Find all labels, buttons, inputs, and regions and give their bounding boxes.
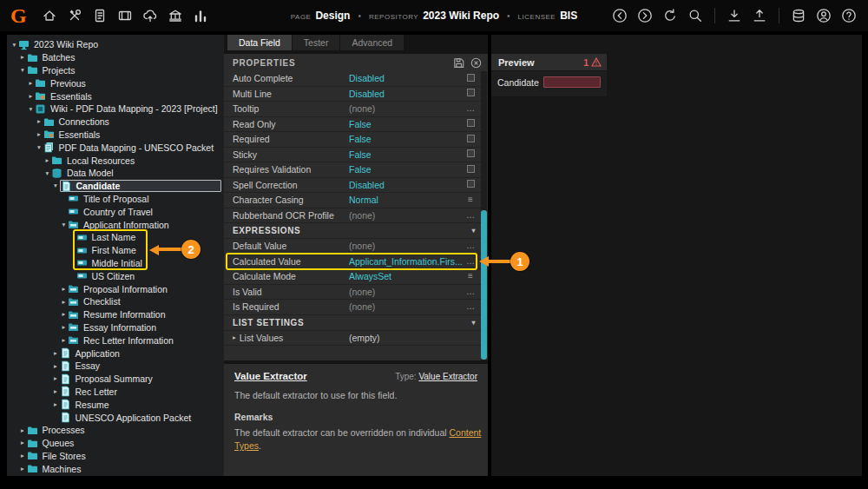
checkbox[interactable] <box>464 119 477 129</box>
property-value[interactable]: False <box>349 164 464 175</box>
tree-node-projects[interactable]: ▾Projects <box>7 64 224 77</box>
expand-arrow-icon[interactable]: ▸ <box>60 324 68 331</box>
close-icon[interactable] <box>470 57 482 69</box>
checkbox[interactable] <box>464 74 477 83</box>
tree-node-local-resources[interactable]: ▸Local Resources <box>7 154 224 167</box>
tree-node-previous[interactable]: ▸Previous <box>7 76 224 89</box>
chevron-down-icon[interactable]: ▾ <box>471 227 476 235</box>
expand-arrow-icon[interactable]: ▸ <box>43 157 51 164</box>
property-row-default-value[interactable]: Default Value(none)… <box>224 239 488 254</box>
property-row-is-valid[interactable]: Is Valid(none)… <box>224 285 488 301</box>
collapse-arrow-icon[interactable]: ▾ <box>27 106 35 113</box>
menu-button[interactable]: ≡ <box>464 195 477 204</box>
download-icon[interactable] <box>726 7 743 24</box>
tree-node-title-of-proposal[interactable]: Title of Proposal <box>7 193 224 206</box>
tree-node-2023-wiki-repo[interactable]: ▾2023 Wiki Repo <box>7 38 224 51</box>
tree-node-country-of-travel[interactable]: Country of Travel <box>7 205 224 218</box>
property-row-calculate-mode[interactable]: Calculate ModeAlwaysSet≡ <box>224 269 488 285</box>
ellipsis-button[interactable]: … <box>464 287 477 296</box>
form-icon[interactable] <box>91 7 108 24</box>
tree-node-file-stores[interactable]: ▸File Stores <box>7 450 224 463</box>
user-icon[interactable] <box>815 7 832 24</box>
expand-arrow-icon[interactable]: ▸ <box>60 311 68 318</box>
property-value[interactable]: (none) <box>349 210 464 221</box>
checkbox[interactable] <box>464 149 477 159</box>
section-header-list-settings[interactable]: LIST SETTINGS▾ <box>224 315 488 331</box>
property-value[interactable]: False <box>349 119 464 129</box>
tree-node-proposal-summary[interactable]: ▸Proposal Summary <box>7 373 224 386</box>
checkbox[interactable] <box>464 180 477 189</box>
tab-advanced[interactable]: Advanced <box>340 35 404 50</box>
property-value[interactable]: Applicant_Information.Firs... <box>349 256 464 267</box>
collapse-arrow-icon[interactable]: ▾ <box>60 221 68 228</box>
property-value[interactable]: False <box>349 134 464 144</box>
home-icon[interactable] <box>41 7 58 24</box>
ellipsis-button[interactable]: … <box>464 241 477 250</box>
expand-arrow-icon[interactable]: ▸ <box>19 427 27 434</box>
tree-node-us-citizen[interactable]: US Citizen <box>7 269 224 282</box>
property-row-requires-validation[interactable]: Requires ValidationFalse <box>224 162 488 178</box>
expand-arrow-icon[interactable]: ▸ <box>27 93 35 100</box>
refresh-icon[interactable] <box>661 7 679 24</box>
expand-arrow-icon[interactable]: ▸ <box>19 453 27 459</box>
property-row-sticky[interactable]: StickyFalse <box>224 148 488 163</box>
expand-arrow-icon[interactable]: ▸ <box>19 439 27 446</box>
tree-node-batches[interactable]: ▸Batches <box>7 51 224 64</box>
expand-arrow-icon[interactable]: ▸ <box>36 131 43 138</box>
tools-icon[interactable] <box>66 7 83 24</box>
checkbox[interactable] <box>464 165 477 175</box>
tree-node-essentials[interactable]: ▸Essentials <box>7 89 224 102</box>
expand-arrow-icon[interactable]: ▸ <box>52 388 60 395</box>
save-icon[interactable] <box>453 57 464 69</box>
tree-node-unesco-application-packet[interactable]: UNESCO Application Packet <box>7 411 224 424</box>
tree-node-candidate[interactable]: ▾Candidate <box>7 180 224 193</box>
batches-icon[interactable] <box>116 7 134 24</box>
forward-icon[interactable] <box>636 7 654 24</box>
tree-node-data-model[interactable]: ▾Data Model <box>7 167 224 180</box>
tree-node-checklist[interactable]: ▸Checklist <box>7 295 224 308</box>
tab-tester[interactable]: Tester <box>293 35 340 50</box>
property-row-auto-complete[interactable]: Auto CompleteDisabled <box>224 71 488 87</box>
property-row-read-only[interactable]: Read OnlyFalse <box>224 117 488 133</box>
tree-node-first-name[interactable]: First Name <box>7 244 224 257</box>
property-value[interactable]: (none) <box>349 301 464 312</box>
tree-node-connections[interactable]: ▸Connections <box>7 116 224 129</box>
ellipsis-button[interactable]: … <box>464 104 477 113</box>
property-row-multi-line[interactable]: Multi LineDisabled <box>224 87 488 102</box>
expand-arrow-icon[interactable]: ▸ <box>36 118 43 125</box>
upload-icon[interactable] <box>751 7 768 24</box>
expand-arrow-icon[interactable]: ▸ <box>60 286 68 293</box>
expand-arrow-icon[interactable]: ▸ <box>60 337 68 344</box>
ellipsis-button[interactable]: … <box>464 257 477 266</box>
bank-icon[interactable] <box>167 7 184 24</box>
type-value-link[interactable]: Value Extractor <box>418 372 477 381</box>
expand-arrow-icon[interactable]: ▸ <box>27 80 35 87</box>
property-row-required[interactable]: RequiredFalse <box>224 132 488 148</box>
property-row-spell-correction[interactable]: Spell CorrectionDisabled <box>224 178 488 194</box>
tree-node-machines[interactable]: ▸Machines <box>7 462 224 475</box>
property-value[interactable]: Disabled <box>349 180 464 190</box>
expand-arrow-icon[interactable]: ▸ <box>52 363 60 370</box>
app-logo[interactable]: G <box>10 5 27 26</box>
property-value[interactable]: (none) <box>349 287 464 297</box>
checkbox[interactable] <box>464 89 477 98</box>
property-row-character-casing[interactable]: Character CasingNormal≡ <box>224 193 488 208</box>
collapse-arrow-icon[interactable]: ▾ <box>43 170 51 177</box>
expand-arrow-icon[interactable]: ▸ <box>233 334 236 341</box>
tree-node-processes[interactable]: ▸Processes <box>7 424 224 437</box>
tree-node-resume[interactable]: ▸Resume <box>7 398 224 411</box>
back-icon[interactable] <box>611 7 628 24</box>
stats-icon[interactable] <box>192 7 209 24</box>
licensee-value[interactable]: BIS <box>560 10 577 22</box>
collapse-arrow-icon[interactable]: ▾ <box>19 67 27 74</box>
section-header-expressions[interactable]: EXPRESSIONS▾ <box>224 223 488 239</box>
expand-arrow-icon[interactable]: ▸ <box>52 350 60 357</box>
repository-value[interactable]: 2023 Wiki Repo <box>423 10 499 22</box>
tree-node-rec-letter-information[interactable]: ▸Rec Letter Information <box>7 334 224 347</box>
property-row-rubberband-ocr-profile[interactable]: Rubberband OCR Profile(none)… <box>224 208 488 224</box>
expand-arrow-icon[interactable]: ▸ <box>19 466 27 472</box>
property-value[interactable]: Disabled <box>349 73 464 83</box>
tree-node-wiki-pdf-data-mapping-2023-project[interactable]: ▾Wiki - PDF Data Mapping - 2023 [Project… <box>7 102 224 116</box>
tree-node-proposal-information[interactable]: ▸Proposal Information <box>7 282 224 295</box>
menu-button[interactable]: ≡ <box>464 272 477 281</box>
